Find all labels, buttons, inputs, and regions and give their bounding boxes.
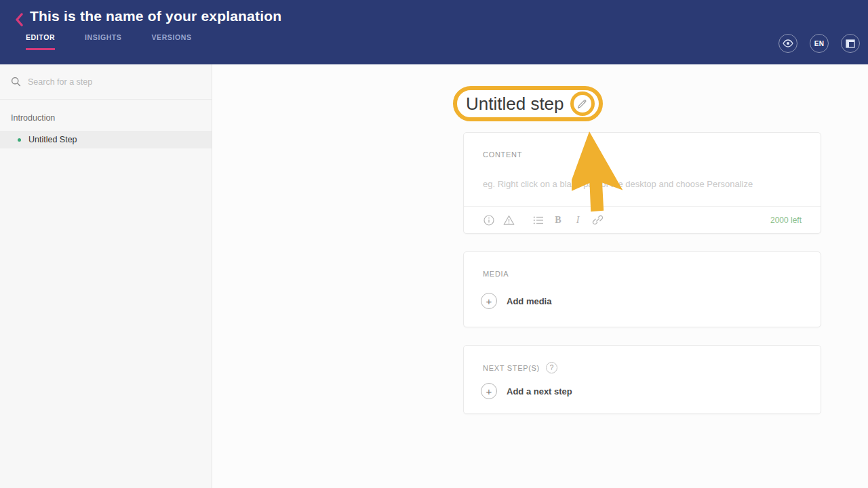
add-next-step-button[interactable]: + Add a next step [481, 383, 572, 399]
language-label: EN [814, 40, 825, 47]
content-toolbar: B I 2000 left [464, 206, 821, 233]
tab-editor[interactable]: EDITOR [26, 33, 55, 50]
plus-icon: + [481, 293, 497, 309]
info-icon[interactable] [483, 214, 495, 226]
warning-icon[interactable] [502, 214, 515, 226]
step-search-row [0, 64, 212, 100]
media-card: MEDIA + Add media [463, 251, 821, 327]
italic-icon[interactable]: I [572, 214, 584, 226]
content-card: CONTENT eg. Right click on a blank part … [463, 132, 821, 234]
search-icon [11, 77, 21, 87]
sidebar-step-item[interactable]: Untitled Step [0, 131, 212, 148]
content-input[interactable]: eg. Right click on a blank part of the d… [483, 179, 802, 189]
steps-sidebar: Introduction Untitled Step [0, 64, 212, 488]
header-tabs: EDITOR INSIGHTS VERSIONS [26, 33, 192, 50]
media-card-label: MEDIA [483, 270, 509, 278]
preview-button[interactable] [778, 34, 797, 53]
chars-left-counter: 2000 left [770, 216, 802, 225]
bold-icon[interactable]: B [552, 214, 564, 226]
next-steps-label-row: NEXT STEP(S) ? [483, 362, 557, 373]
tab-versions[interactable]: VERSIONS [151, 33, 191, 50]
help-icon[interactable]: ? [546, 362, 557, 373]
search-input[interactable] [28, 77, 197, 87]
content-card-label: CONTENT [483, 150, 522, 159]
eye-icon [783, 39, 793, 47]
editor-main: Untitled step CONTENT eg. Right click on… [212, 64, 868, 488]
back-button[interactable] [11, 11, 27, 28]
add-next-step-label: Add a next step [507, 386, 572, 396]
edit-title-button[interactable] [570, 92, 595, 116]
step-item-label: Untitled Step [28, 135, 77, 144]
plus-icon: + [481, 383, 497, 399]
add-media-label: Add media [507, 296, 551, 306]
section-title: Introduction [11, 113, 212, 123]
app-header: This is the name of your explanation EDI… [0, 0, 868, 64]
step-title-highlight-ring: Untitled step [453, 86, 603, 121]
header-actions: EN [778, 34, 860, 53]
bullet-list-icon[interactable] [532, 214, 545, 226]
language-button[interactable]: EN [810, 34, 829, 53]
chevron-left-icon [15, 13, 23, 26]
pencil-icon [577, 99, 587, 109]
step-title: Untitled step [466, 94, 564, 115]
window-layout-icon [846, 39, 855, 48]
layout-button[interactable] [841, 34, 860, 53]
tab-insights[interactable]: INSIGHTS [85, 33, 121, 50]
next-steps-card-label: NEXT STEP(S) [483, 364, 540, 372]
link-icon[interactable] [591, 214, 604, 226]
step-status-dot [18, 138, 21, 142]
explanation-title: This is the name of your explanation [30, 8, 281, 24]
add-media-button[interactable]: + Add media [481, 293, 551, 309]
next-steps-card: NEXT STEP(S) ? + Add a next step [463, 345, 821, 414]
